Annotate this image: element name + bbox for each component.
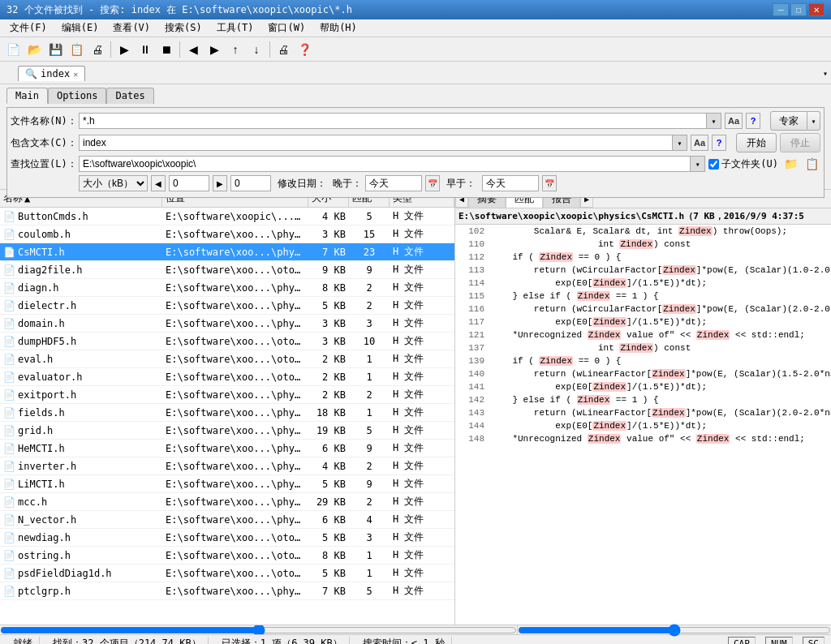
menu-edit[interactable]: 编辑(E) xyxy=(55,19,105,36)
file-row[interactable]: 📄 dielectr.h E:\software\xoo...\physics\… xyxy=(0,297,454,315)
file-row[interactable]: 📄 newdiag.h E:\software\xoo...\otools\ 5… xyxy=(0,529,454,547)
start-button[interactable]: 开始 xyxy=(736,133,777,152)
filename-input[interactable] xyxy=(79,113,707,129)
file-list-body[interactable]: 📄 ButtonCmds.h E:\software\xoopic\...\qt… xyxy=(0,208,454,625)
file-row[interactable]: 📄 coulomb.h E:\software\xoo...\physics\ … xyxy=(0,225,454,243)
right-panel-content[interactable]: 102 Scalar& E, Scalar& dt, int Zindex) t… xyxy=(455,225,831,625)
tab-options[interactable]: Options xyxy=(48,88,107,104)
menu-view[interactable]: 查看(V) xyxy=(106,19,157,36)
file-row[interactable]: 📄 exitport.h E:\software\xoo...\physics\… xyxy=(0,386,454,404)
file-icon: 📄 xyxy=(3,354,15,365)
file-row[interactable]: 📄 diag2file.h E:\software\xoo...\otools\… xyxy=(0,261,454,279)
menu-help[interactable]: 帮助(H) xyxy=(313,19,364,36)
file-name-cell: 📄 fields.h xyxy=(0,406,162,419)
file-row[interactable]: 📄 psdFieldDiag1d.h E:\software\xoo...\ot… xyxy=(0,565,454,582)
location-dropdown-arrow[interactable]: ▾ xyxy=(691,156,705,172)
file-name-cell: 📄 psdFieldDiag1d.h xyxy=(0,567,162,580)
filename-dropdown-arrow[interactable]: ▾ xyxy=(707,113,721,129)
add-folder-button[interactable]: 📋 xyxy=(803,155,820,173)
date-before-picker[interactable]: 📅 xyxy=(542,175,557,191)
close-button[interactable]: ✕ xyxy=(808,3,825,16)
help-toolbar-button[interactable]: ❓ xyxy=(295,40,314,59)
h-scrollbar-left[interactable] xyxy=(0,626,517,634)
file-row[interactable]: 📄 ptclgrp.h E:\software\xoo...\physics\ … xyxy=(0,582,454,600)
file-type-cell: H 文件 xyxy=(390,547,454,563)
stop-button[interactable]: 停止 xyxy=(780,133,820,152)
file-size-cell: 5 KB xyxy=(308,299,349,312)
menu-tools[interactable]: 工具(T) xyxy=(210,19,260,36)
file-row[interactable]: 📄 ostring.h E:\software\xoo...\otools\ 8… xyxy=(0,547,454,565)
date-after-picker[interactable]: 📅 xyxy=(425,175,440,191)
date-after-input[interactable] xyxy=(365,175,422,191)
pause-button[interactable]: ⏸ xyxy=(136,40,155,59)
size-from-input[interactable] xyxy=(169,175,209,191)
main-area: 名称 ▲ 位置 大小 匹配 类型 📄 ButtonCmds.h E:\sof xyxy=(0,190,831,625)
highlight-match: Zindex xyxy=(652,369,686,379)
open-button[interactable]: 📂 xyxy=(24,40,44,59)
file-row[interactable]: 📄 LiMCTI.h E:\software\xoo...\physics\ 5… xyxy=(0,475,454,493)
content-input-wrapper: ▾ xyxy=(79,135,687,151)
code-line: 102 Scalar& E, Scalar& dt, int Zindex) t… xyxy=(457,226,831,239)
tab-main[interactable]: Main xyxy=(6,88,48,104)
filename-aa-button[interactable]: Aa xyxy=(725,113,743,129)
content-help-button[interactable]: ? xyxy=(712,135,726,151)
file-row[interactable]: 📄 grid.h E:\software\xoo...\physics\ 19 … xyxy=(0,422,454,440)
forward-button[interactable]: ▶ xyxy=(205,40,224,59)
file-row[interactable]: 📄 domain.h E:\software\xoo...\physics\ 3… xyxy=(0,315,454,333)
file-row[interactable]: 📄 diagn.h E:\software\xoo...\physics\ 8 … xyxy=(0,279,454,297)
new-button[interactable]: 📄 xyxy=(3,40,23,59)
browse-folder-button[interactable]: 📁 xyxy=(781,155,799,173)
file-type-cell: H 文件 xyxy=(390,387,454,402)
h-scroll-left[interactable] xyxy=(0,625,518,634)
file-row[interactable]: 📄 CsMCTI.h E:\software\xoo...\physics\ 7… xyxy=(0,243,454,261)
run-button[interactable]: ▶ xyxy=(114,40,134,59)
location-input[interactable] xyxy=(79,156,691,172)
menu-window[interactable]: 窗口(W) xyxy=(261,19,312,36)
subfolder-checkbox[interactable] xyxy=(708,159,719,170)
size-select[interactable]: 大小（kB） xyxy=(79,175,148,191)
tab-close-button[interactable]: ✕ xyxy=(73,70,78,79)
h-scrollbar-right[interactable] xyxy=(518,626,831,634)
up-button[interactable]: ↑ xyxy=(226,40,245,59)
file-row[interactable]: 📄 evaluator.h E:\software\xoo...\otools\… xyxy=(0,368,454,386)
size-prev-button[interactable]: ◀ xyxy=(151,175,166,191)
file-row[interactable]: 📄 N_vector.h E:\software\xoo...\physics\… xyxy=(0,511,454,529)
menu-search[interactable]: 搜索(S) xyxy=(158,19,209,36)
down-button[interactable]: ↓ xyxy=(247,40,266,59)
filename-help-button[interactable]: ? xyxy=(746,113,760,129)
size-to-input[interactable] xyxy=(230,175,271,191)
file-row[interactable]: 📄 dumpHDF5.h E:\software\xoo...\otools\ … xyxy=(0,333,454,350)
content-dropdown-arrow[interactable]: ▾ xyxy=(673,135,687,151)
minimize-button[interactable]: ─ xyxy=(773,3,789,16)
date-before-input[interactable] xyxy=(482,175,539,191)
tab-dropdown-button[interactable]: ▾ xyxy=(823,69,828,78)
file-row[interactable]: 📄 mcc.h E:\software\xoo...\physics\ 29 K… xyxy=(0,493,454,511)
stop-button[interactable]: ⏹ xyxy=(157,40,176,59)
file-row[interactable]: 📄 fields.h E:\software\xoo...\physics\ 1… xyxy=(0,404,454,422)
print2-button[interactable]: 🖨 xyxy=(273,40,293,59)
file-type-cell: H 文件 xyxy=(390,298,454,313)
maximize-button[interactable]: □ xyxy=(790,3,807,16)
file-row[interactable]: 📄 ButtonCmds.h E:\software\xoopic\...\qt… xyxy=(0,208,454,225)
saveas-button[interactable]: 📋 xyxy=(67,40,86,59)
print-button[interactable]: 🖨 xyxy=(88,40,107,59)
expert-button[interactable]: 专家 xyxy=(770,111,807,131)
back-button[interactable]: ◀ xyxy=(183,40,203,59)
file-row[interactable]: 📄 HeMCTI.h E:\software\xoo...\physics\ 6… xyxy=(0,440,454,457)
save-button[interactable]: 💾 xyxy=(45,40,65,59)
code-line: 113 return (wCircularFactor[Zindex]*pow(… xyxy=(457,265,831,278)
search-tab-index[interactable]: 🔍 index ✕ xyxy=(18,66,85,81)
tab-dates[interactable]: Dates xyxy=(106,88,153,104)
expert-dropdown-arrow[interactable]: ▾ xyxy=(807,111,820,131)
highlight-match: Zindex xyxy=(619,343,653,353)
file-icon: 📄 xyxy=(3,479,15,490)
content-input[interactable] xyxy=(79,135,673,151)
size-next-button[interactable]: ▶ xyxy=(213,175,227,191)
h-scroll-right[interactable] xyxy=(518,625,831,634)
file-row[interactable]: 📄 eval.h E:\software\xoo...\otools\ 2 KB… xyxy=(0,350,454,368)
content-aa-button[interactable]: Aa xyxy=(691,135,708,151)
file-size-cell: 4 KB xyxy=(308,460,349,473)
menu-file[interactable]: 文件(F) xyxy=(3,19,54,36)
file-row[interactable]: 📄 inverter.h E:\software\xoo...\physics\… xyxy=(0,457,454,475)
highlight-match: Zindex xyxy=(696,330,730,340)
